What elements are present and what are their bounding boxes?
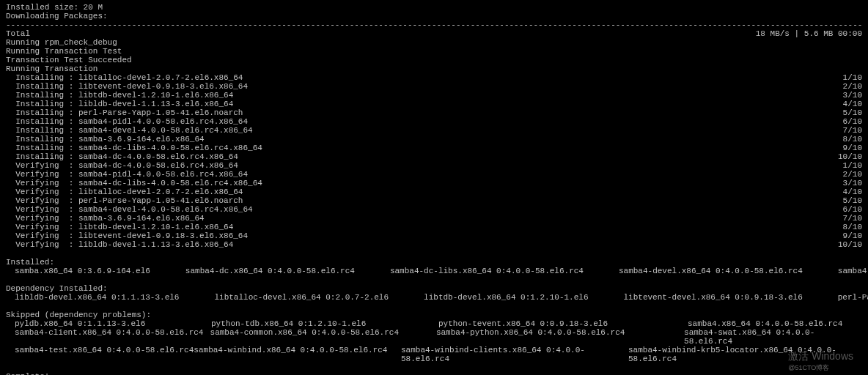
operation-text: Installing : libtalloc-devel-2.0.7-2.el6… xyxy=(6,73,243,82)
operation-row: Installing : samba-3.6.9-164.el6.x86_648… xyxy=(6,135,862,144)
package-item: perl-Parse-Yapp.noarch 0:1.05-41.el6 xyxy=(838,293,868,302)
operation-row: Verifying : libtevent-devel-0.9.18-3.el6… xyxy=(6,231,862,240)
operation-text: Verifying : libtalloc-devel-2.0.7-2.el6.… xyxy=(6,188,243,196)
skipped-row: pyldb.x86_64 0:1.1.13-3.el6python-tdb.x8… xyxy=(6,319,862,328)
package-item: samba4-dc.x86_64 0:4.0.0-58.el6.rc4 xyxy=(185,267,355,275)
operation-progress: 10/10 xyxy=(838,152,862,161)
package-item: samba4-python.x86_64 0:4.0.0-58.el6.rc4 xyxy=(436,328,684,346)
package-item: samba4-winbind.x86_64 0:4.0.0-58.el6.rc4 xyxy=(194,346,401,363)
tx-test: Running Transaction Test xyxy=(6,47,862,56)
package-item: samba4-client.x86_64 0:4.0.0-58.el6.rc4 xyxy=(15,328,210,346)
operation-progress: 1/10 xyxy=(843,161,862,170)
operation-progress: 3/10 xyxy=(843,91,862,100)
operation-text: Installing : libtevent-devel-0.9.18-3.el… xyxy=(6,82,248,91)
operation-text: Installing : samba4-dc-4.0.0-58.el6.rc4.… xyxy=(6,152,238,161)
operation-text: Verifying : samba-3.6.9-164.el6.x86_64 xyxy=(6,214,205,223)
operation-row: Installing : samba4-dc-libs-4.0.0-58.el6… xyxy=(6,144,862,152)
operation-progress: 4/10 xyxy=(843,100,862,108)
operation-row: Installing : samba4-devel-4.0.0-58.el6.r… xyxy=(6,126,862,135)
package-item: samba4-common.x86_64 0:4.0.0-58.el6.rc4 xyxy=(210,328,436,346)
operation-row: Installing : libtevent-devel-0.9.18-3.el… xyxy=(6,82,862,91)
operation-row: Installing : samba4-dc-4.0.0-58.el6.rc4.… xyxy=(6,152,862,161)
complete-label: Complete! xyxy=(6,372,862,375)
operation-text: Verifying : libldb-devel-1.1.13-3.el6.x8… xyxy=(6,240,233,249)
operation-row: Verifying : libldb-devel-1.1.13-3.el6.x8… xyxy=(6,240,862,249)
divider: ----------------------------------------… xyxy=(6,21,862,29)
tx-running: Running Transaction xyxy=(6,64,862,73)
operation-row: Installing : libtalloc-devel-2.0.7-2.el6… xyxy=(6,73,862,82)
operation-row: Installing : libtdb-devel-1.2.10-1.el6.x… xyxy=(6,91,862,100)
dependency-header: Dependency Installed: xyxy=(6,284,862,293)
skipped-packages: pyldb.x86_64 0:1.1.13-3.el6python-tdb.x8… xyxy=(6,319,862,363)
installed-header: Installed: xyxy=(6,258,862,267)
skipped-row: samba4-test.x86_64 0:4.0.0-58.el6.rc4sam… xyxy=(6,346,862,363)
operation-text: Verifying : samba4-devel-4.0.0-58.el6.rc… xyxy=(6,205,253,214)
blank-line xyxy=(6,249,862,258)
package-item: libtalloc-devel.x86_64 0:2.0.7-2.el6 xyxy=(214,293,389,302)
operation-text: Verifying : perl-Parse-Yapp-1.05-41.el6.… xyxy=(6,196,243,205)
operation-row: Installing : libldb-devel-1.1.13-3.el6.x… xyxy=(6,100,862,108)
operation-progress: 2/10 xyxy=(843,82,862,91)
rpm-check: Running rpm_check_debug xyxy=(6,38,862,47)
operation-progress: 9/10 xyxy=(843,231,862,240)
total-stats: 18 MB/s | 5.6 MB 00:00 xyxy=(756,29,862,38)
operation-row: Verifying : samba4-dc-libs-4.0.0-58.el6.… xyxy=(6,179,862,188)
blank-line xyxy=(6,363,862,372)
package-item: samba4.x86_64 0:4.0.0-58.el6.rc4 xyxy=(688,319,842,328)
operation-row: Verifying : libtdb-devel-1.2.10-1.el6.x8… xyxy=(6,223,862,231)
operation-row: Verifying : perl-Parse-Yapp-1.05-41.el6.… xyxy=(6,196,862,205)
blank-line xyxy=(6,275,862,284)
downloading-label: Downloading Packages: xyxy=(6,12,862,21)
package-item: samba4-winbind-clients.x86_64 0:4.0.0-58… xyxy=(401,346,628,363)
operation-text: Verifying : libtdb-devel-1.2.10-1.el6.x8… xyxy=(6,223,233,231)
total-line: Total 18 MB/s | 5.6 MB 00:00 xyxy=(6,29,862,38)
package-item: libldb-devel.x86_64 0:1.1.13-3.el6 xyxy=(15,293,179,302)
package-item: samba4-winbind-krb5-locator.x86_64 0:4.0… xyxy=(628,346,862,363)
package-item: samba4-swat.x86_64 0:4.0.0-58.el6.rc4 xyxy=(684,328,862,346)
package-item: samba4-pidl.x86_64 0:4.0.0-58.el6.rc4 xyxy=(838,267,868,275)
package-item: samba4-dc-libs.x86_64 0:4.0.0-58.el6.rc4 xyxy=(390,267,584,275)
operation-text: Installing : perl-Parse-Yapp-1.05-41.el6… xyxy=(6,108,243,117)
package-item: libtevent-devel.x86_64 0:0.9.18-3.el6 xyxy=(624,293,803,302)
operation-text: Installing : samba4-pidl-4.0.0-58.el6.rc… xyxy=(6,117,248,126)
package-item: samba4-test.x86_64 0:4.0.0-58.el6.rc4 xyxy=(15,346,194,363)
skipped-header: Skipped (dependency problems): xyxy=(6,311,862,319)
installed-size: Installed size: 20 M xyxy=(6,3,862,12)
operation-progress: 7/10 xyxy=(843,126,862,135)
operation-progress: 6/10 xyxy=(843,117,862,126)
operation-progress: 2/10 xyxy=(843,170,862,179)
operation-list: Installing : libtalloc-devel-2.0.7-2.el6… xyxy=(6,73,862,249)
operation-row: Verifying : samba4-pidl-4.0.0-58.el6.rc4… xyxy=(6,170,862,179)
operation-progress: 10/10 xyxy=(838,240,862,249)
operation-text: Installing : libtdb-devel-1.2.10-1.el6.x… xyxy=(6,91,233,100)
operation-progress: 3/10 xyxy=(843,179,862,188)
operation-text: Verifying : libtevent-devel-0.9.18-3.el6… xyxy=(6,231,248,240)
operation-text: Installing : samba4-dc-libs-4.0.0-58.el6… xyxy=(6,144,262,152)
operation-progress: 8/10 xyxy=(843,135,862,144)
operation-text: Verifying : samba4-dc-libs-4.0.0-58.el6.… xyxy=(6,179,262,188)
operation-progress: 6/10 xyxy=(843,205,862,214)
operation-text: Installing : samba-3.6.9-164.el6.x86_64 xyxy=(6,135,205,144)
tx-succeeded: Transaction Test Succeeded xyxy=(6,56,862,64)
operation-text: Installing : samba4-devel-4.0.0-58.el6.r… xyxy=(6,126,253,135)
operation-row: Verifying : samba4-dc-4.0.0-58.el6.rc4.x… xyxy=(6,161,862,170)
package-item: samba4-devel.x86_64 0:4.0.0-58.el6.rc4 xyxy=(619,267,803,275)
operation-text: Verifying : samba4-pidl-4.0.0-58.el6.rc4… xyxy=(6,170,248,179)
package-item: samba.x86_64 0:3.6.9-164.el6 xyxy=(15,267,150,275)
operation-progress: 7/10 xyxy=(843,214,862,223)
terminal-output: Installed size: 20 M Downloading Package… xyxy=(6,3,862,375)
operation-row: Installing : samba4-pidl-4.0.0-58.el6.rc… xyxy=(6,117,862,126)
operation-text: Installing : libldb-devel-1.1.13-3.el6.x… xyxy=(6,100,233,108)
operation-row: Verifying : samba4-devel-4.0.0-58.el6.rc… xyxy=(6,205,862,214)
operation-row: Verifying : samba-3.6.9-164.el6.x86_647/… xyxy=(6,214,862,223)
operation-row: Verifying : libtalloc-devel-2.0.7-2.el6.… xyxy=(6,188,862,196)
blank-line xyxy=(6,302,862,311)
operation-row: Installing : perl-Parse-Yapp-1.05-41.el6… xyxy=(6,108,862,117)
package-item: python-tevent.x86_64 0:0.9.18-3.el6 xyxy=(438,319,688,328)
operation-progress: 5/10 xyxy=(843,196,862,205)
operation-progress: 9/10 xyxy=(843,144,862,152)
operation-progress: 1/10 xyxy=(843,73,862,82)
operation-progress: 8/10 xyxy=(843,223,862,231)
total-label: Total xyxy=(6,29,30,38)
dependency-packages: libldb-devel.x86_64 0:1.1.13-3.el6libtal… xyxy=(6,293,862,302)
